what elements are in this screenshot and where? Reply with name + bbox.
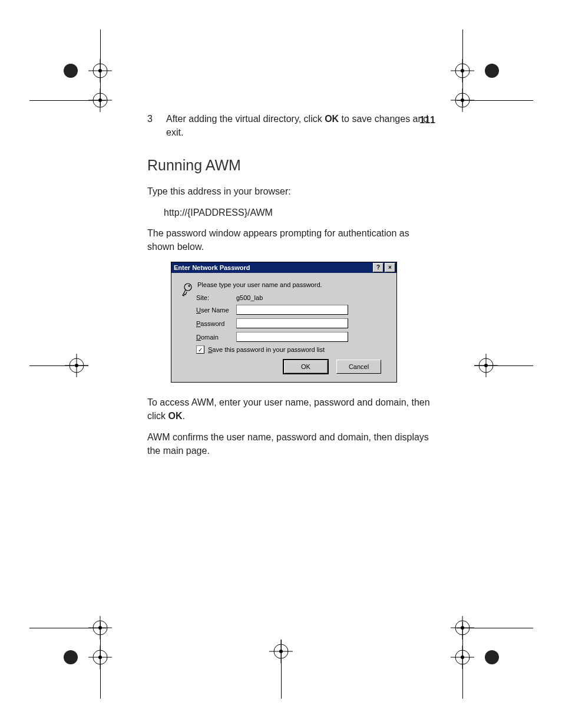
paragraph-access: To access AWM, enter your user name, pas… (147, 396, 436, 423)
username-input[interactable] (236, 305, 348, 315)
svg-point-41 (485, 650, 499, 664)
crop-ball-icon (59, 645, 82, 669)
dialog-fields: Please type your user name and password.… (196, 281, 386, 354)
crop-line (457, 628, 533, 628)
crop-line (281, 640, 282, 699)
crop-line (100, 622, 101, 699)
crop-line (462, 29, 463, 106)
domain-label: Domain (196, 334, 236, 341)
svg-point-32 (64, 650, 78, 664)
ok-button[interactable]: OK (283, 360, 328, 374)
crop-line (457, 100, 533, 101)
document-page: 111 3 After adding the virtual directory… (0, 0, 562, 728)
step-item: 3 After adding the virtual directory, cl… (147, 112, 436, 139)
paragraph-confirm: AWM confirms the user name, password and… (147, 430, 436, 457)
cancel-button[interactable]: Cancel (336, 360, 381, 374)
svg-point-2 (64, 64, 78, 78)
dialog-screenshot: Enter Network Password ? × Please type y… (171, 262, 436, 383)
crop-ball-icon (480, 645, 504, 669)
network-password-dialog: Enter Network Password ? × Please type y… (171, 262, 397, 383)
paragraph-auth: The password window appears prompting fo… (147, 226, 436, 253)
step-text: After adding the virtual directory, clic… (166, 112, 436, 139)
svg-point-0 (184, 284, 191, 291)
crop-line (29, 365, 88, 366)
step-bold: OK (325, 114, 339, 124)
step-number: 3 (147, 112, 153, 139)
password-label: Password (196, 320, 236, 327)
save-password-row[interactable]: ✓ Save this password in your password li… (196, 345, 386, 354)
dialog-titlebar: Enter Network Password ? × (171, 262, 396, 273)
site-value: g500_lab (236, 294, 386, 301)
section-heading: Running AWM (147, 157, 436, 174)
crop-line (474, 365, 533, 366)
crop-line (100, 29, 101, 106)
username-label: User Name (196, 307, 236, 314)
domain-input[interactable] (236, 332, 348, 342)
crop-ball-icon (480, 59, 504, 83)
page-content: 3 After adding the virtual directory, cl… (147, 112, 436, 465)
dialog-body: Please type your user name and password.… (171, 273, 396, 382)
paragraph-intro: Type this address in your browser: (147, 185, 436, 198)
site-label: Site: (196, 294, 236, 301)
svg-point-1 (189, 285, 190, 287)
close-button[interactable]: × (385, 263, 395, 272)
svg-point-11 (485, 64, 499, 78)
dialog-prompt: Please type your user name and password. (197, 281, 386, 288)
dialog-button-row: OK Cancel (178, 360, 381, 374)
crop-line (29, 100, 106, 101)
step-text-pre: After adding the virtual directory, clic… (166, 114, 325, 124)
crop-ball-icon (59, 59, 82, 83)
save-password-checkbox[interactable]: ✓ (196, 345, 204, 354)
password-input[interactable] (236, 318, 348, 328)
crop-line (29, 628, 106, 628)
url-line: http://{IPADDRESS}/AWM (164, 206, 436, 219)
key-icon (178, 281, 196, 302)
dialog-title: Enter Network Password (174, 264, 372, 271)
help-button[interactable]: ? (373, 263, 384, 272)
save-password-label: Save this password in your password list (208, 346, 325, 353)
crop-line (462, 622, 463, 699)
